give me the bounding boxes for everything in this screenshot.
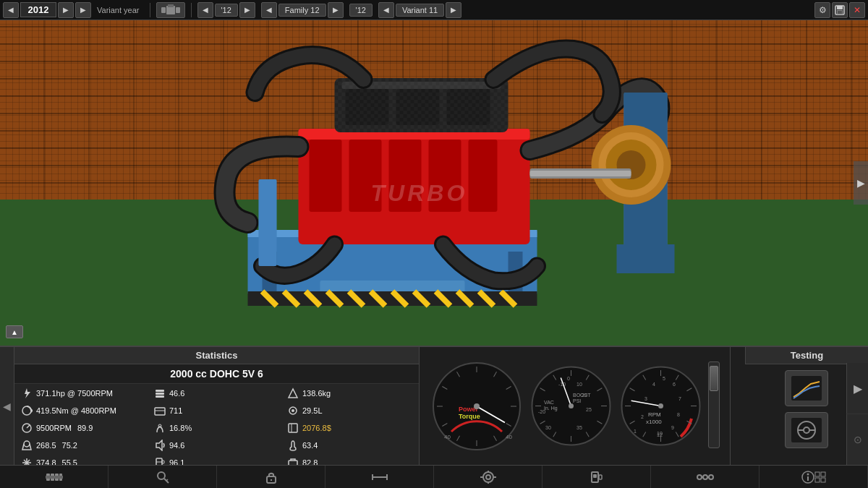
year-control: ◀ 2012 ▶ ▶ Variant year — [0, 0, 147, 20]
svg-point-187 — [807, 473, 809, 475]
power-value: 371.1hp @ 7500RPM — [36, 389, 113, 398]
svg-rect-178 — [599, 475, 602, 479]
stat-temp: 63.4 — [284, 437, 416, 453]
mfg-cost-icon — [286, 421, 299, 435]
variant-name-tag: Variant 11 — [396, 4, 444, 17]
settings-btn[interactable]: ⚙ — [814, 2, 830, 18]
svg-rect-162 — [46, 476, 63, 479]
svg-point-163 — [158, 472, 165, 479]
prev-year-btn[interactable]: ◀ — [3, 2, 19, 18]
trim-prev-btn[interactable]: ◀ — [197, 2, 213, 18]
cost-icon — [153, 404, 166, 417]
svg-text:40: 40 — [444, 434, 451, 440]
maxrpm-value: 9500RPM — [36, 424, 72, 432]
emissions-icon — [153, 421, 166, 435]
svg-point-181 — [697, 475, 702, 479]
svg-text:1: 1 — [634, 429, 637, 434]
svg-text:VAC: VAC — [544, 400, 554, 405]
stat-maxrpm: 9500RPM 89.9 — [17, 420, 150, 436]
weight3-icon — [286, 387, 299, 400]
year-extra-btn[interactable]: ▶ — [75, 2, 91, 18]
weight2-extra: 75.2 — [62, 441, 77, 450]
toolbar-transmission[interactable] — [651, 466, 760, 488]
svg-rect-7 — [838, 11, 842, 14]
temp-icon — [286, 439, 299, 452]
fuel2-value: 29.5L — [302, 406, 323, 415]
smooth-value: 46.6 — [169, 389, 184, 398]
close-btn[interactable]: ✕ — [849, 2, 865, 18]
top-bar-right: ⚙ ✕ — [814, 2, 868, 18]
family-year-tag: '12 — [349, 4, 373, 17]
variant-section: ◀ Variant 11 ▶ — [375, 0, 464, 20]
stat-torque: 419.5Nm @ 4800RPM — [17, 403, 150, 419]
stats-col2: 46.6 711 16.8% — [150, 385, 283, 471]
svg-rect-70 — [162, 461, 164, 463]
engine-view: TURBO — [0, 20, 868, 346]
svg-text:In. Hg: In. Hg — [544, 406, 558, 411]
testing-panel: Testing ▶ ⊙ — [745, 347, 868, 465]
keys-icon — [156, 470, 170, 484]
engine-icon — [480, 471, 496, 484]
stats-col1: 371.1hp @ 7500RPM 419.5Nm @ 4800RPM 9500… — [17, 385, 150, 471]
power-torque-gauge-container: 40 40 Power Torque — [430, 359, 524, 453]
slider-thumb[interactable] — [710, 366, 718, 391]
statistics-header: Statistics — [14, 347, 419, 364]
svg-text:9: 9 — [671, 425, 674, 430]
svg-text:0: 0 — [567, 376, 570, 381]
weight2-value: 268.5 — [36, 441, 56, 450]
testing-nav-down-btn[interactable]: ⊙ — [846, 414, 868, 465]
svg-text:3: 3 — [644, 396, 647, 401]
save-btn[interactable] — [832, 2, 848, 18]
testing-right-nav: ▶ ⊙ — [846, 363, 868, 465]
svg-text:10: 10 — [576, 382, 582, 387]
toolbar-engine[interactable] — [434, 466, 542, 488]
toolbar-dimensions[interactable] — [326, 466, 434, 488]
svg-text:8: 8 — [677, 412, 680, 417]
info-icon — [801, 471, 814, 484]
testing-nav-up-btn[interactable]: ▶ — [846, 363, 868, 414]
trim-next-btn[interactable]: ▶ — [239, 2, 255, 18]
svg-text:35: 35 — [576, 425, 582, 430]
svg-rect-5 — [837, 6, 843, 9]
dimensions-icon — [371, 471, 388, 483]
toolbar-info[interactable] — [760, 466, 868, 488]
family-next-btn[interactable]: ▶ — [328, 2, 344, 18]
steering-test-btn[interactable] — [785, 412, 828, 448]
dyno-curve-btn[interactable] — [785, 370, 828, 406]
transmission-icon — [697, 471, 714, 484]
toolbar-lock[interactable] — [217, 466, 326, 488]
stats-col3: 138.6kg 29.5L 2076.8$ — [284, 385, 416, 471]
noise-icon — [153, 439, 166, 452]
svg-text:-20: -20 — [538, 409, 545, 414]
svg-text:4: 4 — [652, 382, 655, 387]
variant-prev-btn[interactable]: ◀ — [378, 2, 394, 18]
svg-rect-189 — [815, 472, 820, 476]
power-icon — [20, 387, 33, 400]
vertical-slider[interactable] — [708, 356, 720, 457]
collapse-btn[interactable]: ▲ — [6, 325, 23, 338]
svg-rect-63 — [156, 393, 164, 395]
svg-text:30: 30 — [545, 425, 551, 430]
toolbar-fuel[interactable] — [542, 466, 651, 488]
engine-icon[interactable] — [156, 2, 185, 18]
bottom-panel: ◀ Statistics 2000 cc DOHC 5V 6 371.1hp @… — [0, 346, 868, 488]
gauges-area: 40 40 Power Torque VAC In. Hg — [420, 347, 731, 465]
svg-text:40: 40 — [506, 434, 512, 440]
svg-point-57 — [24, 441, 30, 447]
family-prev-btn[interactable]: ◀ — [261, 2, 277, 18]
svg-line-56 — [27, 425, 30, 428]
trim-year-tag: '12 — [215, 4, 238, 17]
grid-icon — [814, 471, 826, 483]
next-year-btn[interactable]: ▶ — [58, 2, 74, 18]
family-name-tag: Family 12 — [278, 4, 326, 17]
toolbar-keys[interactable] — [109, 466, 217, 488]
variant-next-btn[interactable]: ▶ — [446, 2, 461, 18]
right-scroll-btn[interactable]: ▶ — [854, 161, 868, 205]
toolbar-pistons[interactable] — [0, 466, 109, 488]
svg-text:12: 12 — [657, 432, 663, 437]
trim-section: ◀ '12 ▶ — [195, 0, 258, 20]
pistons-icon — [46, 471, 63, 483]
svg-rect-65 — [155, 408, 165, 415]
svg-rect-48 — [530, 171, 631, 176]
panel-nav-left-btn[interactable]: ◀ — [0, 347, 14, 465]
